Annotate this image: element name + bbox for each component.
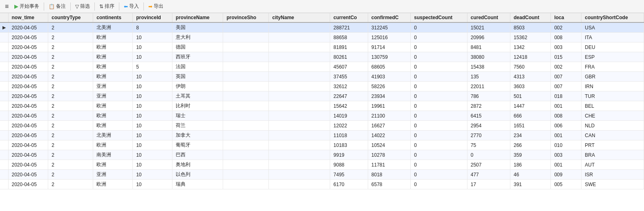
cell-provinceName: 比利时 xyxy=(172,101,223,111)
cell-countryShortCode: CHE xyxy=(581,111,644,121)
col-provinceSho[interactable]: provinceSho xyxy=(223,13,269,22)
cell-suspectedCount: 0 xyxy=(411,91,467,101)
col-now_time[interactable]: now_time xyxy=(8,13,48,22)
table-row[interactable]: 2020-04-052欧洲5法国45607686050154387560002F… xyxy=(0,62,644,72)
cell-suspectedCount: 0 xyxy=(411,101,467,111)
col-currentCo[interactable]: currentCo xyxy=(330,13,368,22)
cell-confirmedC: 58226 xyxy=(368,82,410,91)
cell-provinceId: 10 xyxy=(133,131,172,140)
note-button[interactable]: 📋 备注 xyxy=(46,2,68,11)
cell-now_time: 2020-04-05 xyxy=(8,150,48,160)
cell-loca: 003 xyxy=(551,150,581,160)
cell-curedCount: 0 xyxy=(467,150,510,160)
cell-provinceSho xyxy=(223,72,269,82)
col-suspectedCount[interactable]: suspectedCount xyxy=(411,13,467,22)
cell-curedCount: 22011 xyxy=(467,82,510,91)
cell-provinceName: 英国 xyxy=(172,72,223,82)
table-row[interactable]: 2020-04-052南美洲10巴西99191027800359003BRA xyxy=(0,150,644,160)
col-continents[interactable]: continents xyxy=(93,13,133,22)
cell-suspectedCount: 0 xyxy=(411,170,467,180)
import-icon: ⬅ xyxy=(124,4,128,9)
cell-cityName xyxy=(269,72,330,82)
cell-provinceId: 10 xyxy=(133,52,172,62)
sort-button[interactable]: ⇅ 排序 xyxy=(97,2,117,11)
row-indicator xyxy=(0,140,8,150)
cell-now_time: 2020-04-05 xyxy=(8,160,48,170)
table-row[interactable]: ▶2020-04-052北美洲8美国2887213122450150218503… xyxy=(0,22,644,33)
table-row[interactable]: 2020-04-052欧洲10荷兰1202216627029541651006N… xyxy=(0,121,644,131)
cell-loca: 018 xyxy=(551,91,581,101)
cell-curedCount: 15438 xyxy=(467,62,510,72)
cell-cityName xyxy=(269,91,330,101)
cell-provinceName: 西班牙 xyxy=(172,52,223,62)
cell-loca: 002 xyxy=(551,22,581,33)
col-deadCount[interactable]: deadCount xyxy=(510,13,550,22)
table-row[interactable]: 2020-04-052欧洲10瑞士140192110006415666008CH… xyxy=(0,111,644,121)
table-row[interactable]: 2020-04-052欧洲10比利时1564219961028721447001… xyxy=(0,101,644,111)
table-row[interactable]: 2020-04-052亚洲10土耳其22647239340786501018TU… xyxy=(0,91,644,101)
cell-continents: 欧洲 xyxy=(93,160,133,170)
table-row[interactable]: 2020-04-052北美洲10加拿大110181402202770234001… xyxy=(0,131,644,140)
col-countryShortCode[interactable]: countryShortCode xyxy=(581,13,644,22)
col-provinceName[interactable]: provinceName xyxy=(172,13,223,22)
col-loca[interactable]: loca xyxy=(551,13,581,22)
cell-confirmedC: 68605 xyxy=(368,62,410,72)
cell-countryShortCode: TUR xyxy=(581,91,644,101)
col-confirmedC[interactable]: confirmedC xyxy=(368,13,410,22)
cell-currentCo: 88658 xyxy=(330,33,368,42)
cell-countryShortCode: NLD xyxy=(581,121,644,131)
cell-curedCount: 38080 xyxy=(467,52,510,62)
cell-cityName xyxy=(269,22,330,33)
cell-continents: 亚洲 xyxy=(93,91,133,101)
table-row[interactable]: 2020-04-052欧洲10德国8189191714084811342003D… xyxy=(0,42,644,52)
cell-countryShortCode: GBR xyxy=(581,72,644,82)
cell-currentCo: 14019 xyxy=(330,111,368,121)
cell-currentCo: 11018 xyxy=(330,131,368,140)
col-countryType[interactable]: countryType xyxy=(48,13,93,22)
col-provinceId[interactable]: provinceId xyxy=(133,13,172,22)
import-button[interactable]: ⬅ 导入 xyxy=(121,2,141,11)
cell-provinceName: 瑞士 xyxy=(172,111,223,121)
table-row[interactable]: 2020-04-052亚洲10伊朗32612582260220113603007… xyxy=(0,82,644,91)
cell-suspectedCount: 0 xyxy=(411,121,467,131)
cell-provinceSho xyxy=(223,160,269,170)
cell-curedCount: 2954 xyxy=(467,121,510,131)
cell-confirmedC: 41903 xyxy=(368,72,410,82)
row-indicator xyxy=(0,180,8,189)
cell-currentCo: 80261 xyxy=(330,52,368,62)
cell-continents: 欧洲 xyxy=(93,180,133,189)
export-button[interactable]: ➡ 导出 xyxy=(146,2,166,11)
table-row[interactable]: 2020-04-052欧洲10意大利8865812501602099615362… xyxy=(0,33,644,42)
cell-cityName xyxy=(269,82,330,91)
table-row[interactable]: 2020-04-052欧洲10葡萄牙1018310524075266010PRT xyxy=(0,140,644,150)
cell-deadCount: 3603 xyxy=(510,82,550,91)
cell-countryType: 2 xyxy=(48,22,93,33)
cell-provinceName: 伊朗 xyxy=(172,82,223,91)
cell-suspectedCount: 0 xyxy=(411,131,467,140)
cell-currentCo: 15642 xyxy=(330,101,368,111)
table-row[interactable]: 2020-04-052亚洲10以色列74958018047746009ISR xyxy=(0,170,644,180)
table-row[interactable]: 2020-04-052欧洲10英国374554190301354313007GB… xyxy=(0,72,644,82)
col-cityName[interactable]: cityName xyxy=(269,13,330,22)
row-indicator xyxy=(0,91,8,101)
cell-provinceSho xyxy=(223,62,269,72)
cell-cityName xyxy=(269,62,330,72)
cell-now_time: 2020-04-05 xyxy=(8,52,48,62)
row-indicator xyxy=(0,52,8,62)
cell-deadCount: 1342 xyxy=(510,42,550,52)
cell-suspectedCount: 0 xyxy=(411,150,467,160)
table-row[interactable]: 2020-04-052欧洲10瑞典61706578017391005SWE xyxy=(0,180,644,189)
row-indicator xyxy=(0,42,8,52)
table-row[interactable]: 2020-04-052欧洲10奥地利90881178102507186001AU… xyxy=(0,160,644,170)
start-task-icon: ▶ xyxy=(14,3,18,9)
row-indicator xyxy=(0,121,8,131)
table-row[interactable]: 2020-04-052欧洲10西班牙8026113075903808012418… xyxy=(0,52,644,62)
cell-currentCo: 9088 xyxy=(330,160,368,170)
cell-loca: 001 xyxy=(551,160,581,170)
cell-continents: 欧洲 xyxy=(93,33,133,42)
start-task-button[interactable]: ▶ 开始事务 xyxy=(12,2,42,11)
filter-button[interactable]: ▽ 筛选 xyxy=(73,2,92,11)
menu-icon[interactable]: ≡ xyxy=(2,2,11,11)
note-icon: 📋 xyxy=(49,4,55,9)
col-curedCount[interactable]: curedCount xyxy=(467,13,510,22)
